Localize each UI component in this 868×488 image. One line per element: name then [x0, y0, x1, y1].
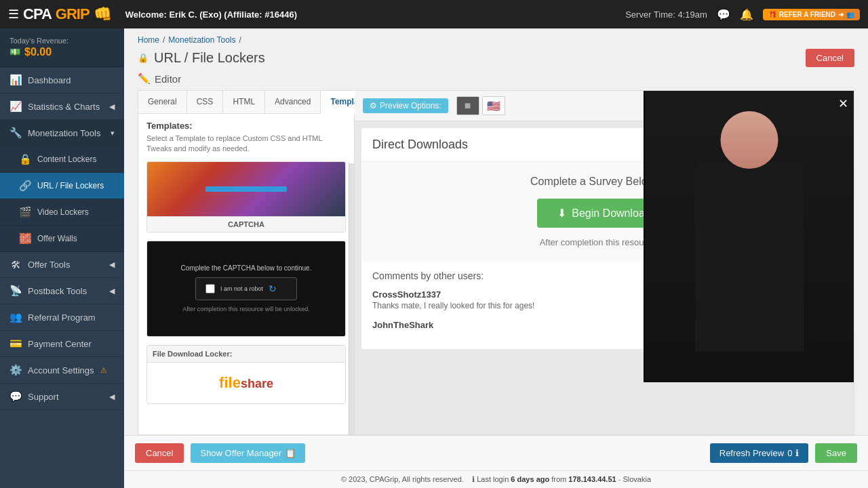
- flag-dark-button[interactable]: ■: [456, 96, 479, 115]
- postback-icon: 📡: [9, 285, 22, 297]
- offer-icon: 📋: [285, 448, 296, 458]
- tab-general[interactable]: General: [138, 91, 187, 113]
- tab-html[interactable]: HTML: [223, 91, 265, 113]
- chevron-icon: ◀: [109, 287, 115, 296]
- last-login-location: Slovakia: [623, 475, 651, 483]
- top-right-buttons: Cancel: [806, 49, 854, 67]
- refresh-preview-button[interactable]: Refresh Preview 0 ℹ: [710, 443, 809, 463]
- link-icon: 🔗: [19, 180, 31, 192]
- cancel-top-button[interactable]: Cancel: [806, 49, 854, 67]
- sidebar-item-dashboard[interactable]: 📊 Dashboard: [0, 67, 124, 94]
- video-controls[interactable]: ✕: [838, 96, 848, 111]
- info-icon: ℹ: [795, 448, 799, 458]
- sidebar-item-support[interactable]: 💬 Support ◀: [0, 384, 124, 410]
- flag-us-button[interactable]: 🇺🇸: [482, 96, 505, 115]
- payment-icon: 💳: [9, 338, 22, 350]
- person-body: [695, 162, 804, 352]
- person-head: [721, 111, 778, 169]
- sidebar-item-label: Referral Program: [28, 312, 96, 323]
- sidebar-item-offer-tools[interactable]: 🛠 Offer Tools ◀: [0, 252, 124, 278]
- messages-icon[interactable]: 💬: [717, 8, 730, 21]
- sidebar-item-content-lockers[interactable]: 🔒 Content Lockers: [0, 146, 124, 173]
- brand-cpa: CPA: [23, 5, 52, 23]
- warning-icon: ⚠: [100, 366, 107, 375]
- sidebar-item-postback-tools[interactable]: 📡 Postback Tools ◀: [0, 278, 124, 304]
- notifications-icon[interactable]: 🔔: [740, 8, 753, 21]
- captcha-text: I am not a robot: [220, 285, 263, 292]
- refer-users-icon: 👥: [846, 11, 854, 18]
- navbar: ☰ CPAGRIP 👊 Welcome: Erik C. (Exo) (Affi…: [0, 0, 868, 28]
- sidebar-item-label: Content Lockers: [37, 155, 96, 164]
- preview-options-button[interactable]: ⚙ Preview Options:: [363, 98, 448, 113]
- copyright: © 2023, CPAGrip, All rights reserved.: [341, 475, 464, 483]
- refer-banner[interactable]: 🎁 REFER A FRIEND ➜ 👥: [763, 9, 860, 20]
- page-title: URL / File Lockers: [154, 50, 265, 66]
- captcha-checkbox: [205, 284, 215, 293]
- template-label-fileshare: File Download Locker:: [147, 346, 345, 363]
- chevron-icon: ◀: [109, 392, 115, 401]
- sidebar-item-offer-walls[interactable]: 🧱 Offer Walls: [0, 226, 124, 252]
- hamburger-icon[interactable]: ☰: [8, 7, 19, 22]
- chevron-icon: ◀: [109, 260, 115, 269]
- tabs-bar: General CSS HTML Advanced Templates: [138, 91, 354, 114]
- templates-heading: Templates:: [146, 121, 346, 131]
- template-card-captcha-dark[interactable]: Complete the CAPTCHA below to continue. …: [146, 241, 346, 337]
- refer-icon: 🎁: [768, 11, 776, 18]
- sidebar-item-label: Postback Tools: [28, 286, 87, 296]
- cancel-bottom-button[interactable]: Cancel: [135, 443, 184, 463]
- sidebar-item-account[interactable]: ⚙️ Account Settings ⚠: [0, 357, 124, 384]
- template-preview-gradient: [147, 162, 345, 216]
- sidebar-item-payment[interactable]: 💳 Payment Center: [0, 331, 124, 357]
- support-icon: 💬: [9, 390, 22, 403]
- main-content: Home / Monetization Tools / 🔒 URL / File…: [124, 28, 868, 488]
- scrollbar[interactable]: [349, 163, 354, 434]
- template-preview-fileshare: fileshare: [147, 363, 345, 403]
- template-label-captcha: CAPTCHA: [147, 216, 345, 232]
- template-card-captcha[interactable]: CAPTCHA: [146, 161, 346, 232]
- sidebar-item-label: Dashboard: [28, 75, 71, 85]
- video-overlay: ✕: [644, 91, 854, 382]
- save-button[interactable]: Save: [815, 443, 857, 463]
- page-title-bar: 🔒 URL / File Lockers Cancel: [124, 47, 868, 73]
- editor-container: ✏️ Editor General CSS HTML Advanced Temp…: [124, 73, 868, 435]
- sidebar-item-label: Video Lockers: [37, 207, 89, 217]
- sidebar-item-label: Support: [28, 392, 59, 402]
- dashboard-icon: 📊: [9, 74, 22, 86]
- sidebar-item-statistics[interactable]: 📈 Statistics & Charts ◀: [0, 94, 124, 120]
- revenue-icon: 💵: [9, 47, 20, 57]
- last-login-ip: 178.143.44.51: [568, 475, 616, 483]
- info-icon-footer: ℹ: [472, 475, 475, 483]
- template-card-fileshare[interactable]: File Download Locker: fileshare: [146, 345, 346, 404]
- preview-flags: ■ 🇺🇸: [456, 96, 505, 115]
- bottom-bar: Cancel Show Offer Manager 📋 Refresh Prev…: [124, 435, 868, 470]
- sidebar-item-label: Offer Tools: [28, 260, 70, 270]
- navbar-right: Server Time: 4:19am 💬 🔔 🎁 REFER A FRIEND…: [625, 8, 860, 21]
- show-offer-button[interactable]: Show Offer Manager 📋: [191, 443, 305, 463]
- refresh-icon: ↻: [269, 283, 277, 294]
- sidebar-item-url-lockers[interactable]: 🔗 URL / File Lockers: [0, 173, 124, 199]
- lock-icon: 🔒: [19, 153, 31, 165]
- monetization-icon: 🔧: [9, 127, 22, 139]
- sidebar-item-monetization[interactable]: 🔧 Monetization Tools ▾: [0, 120, 124, 146]
- last-login-prefix: Last login: [477, 475, 509, 483]
- sidebar-item-label: Account Settings: [28, 365, 94, 375]
- us-flag-icon: 🇺🇸: [487, 100, 500, 113]
- templates-content: Templates: Select a Template to replace …: [138, 114, 354, 434]
- lock-title-icon: 🔒: [138, 53, 149, 63]
- captcha-after-text: After completion this resource will be u…: [182, 306, 310, 312]
- breadcrumb-home[interactable]: Home: [138, 35, 159, 45]
- breadcrumb: Home / Monetization Tools /: [124, 28, 868, 47]
- tab-advanced[interactable]: Advanced: [265, 91, 321, 113]
- sidebar-item-referral[interactable]: 👥 Referral Program: [0, 304, 124, 331]
- breadcrumb-monetization[interactable]: Monetization Tools: [168, 35, 235, 45]
- refer-arrow-icon: ➜: [838, 11, 844, 18]
- account-icon: ⚙️: [9, 364, 22, 376]
- dark-flag-icon: ■: [465, 100, 471, 112]
- sidebar-item-video-lockers[interactable]: 🎬 Video Lockers: [0, 199, 124, 226]
- tab-css[interactable]: CSS: [187, 91, 224, 113]
- sidebar-submenu-monetization: 🔒 Content Lockers 🔗 URL / File Lockers 🎬…: [0, 146, 124, 252]
- chevron-icon: ◀: [109, 102, 115, 111]
- captcha-dark-title: Complete the CAPTCHA below to continue.: [181, 264, 312, 272]
- sidebar-item-label: Monetization Tools: [28, 128, 100, 138]
- sidebar-item-label: Payment Center: [28, 339, 92, 349]
